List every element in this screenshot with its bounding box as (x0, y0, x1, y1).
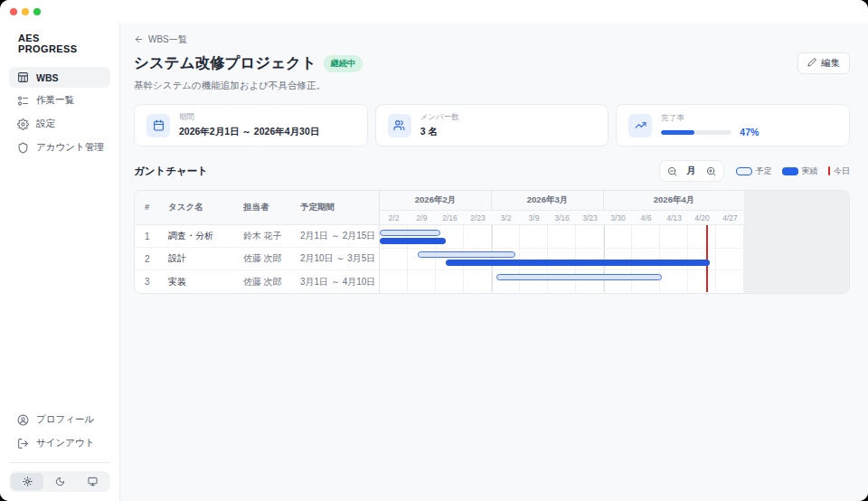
moon-icon (55, 477, 65, 487)
gantt-plot-area (380, 225, 744, 292)
task-number: 1 (145, 232, 168, 241)
theme-dark-button[interactable] (43, 473, 76, 490)
trend-icon (635, 119, 646, 131)
grid-column (464, 225, 492, 292)
card-value: 3 名 (420, 126, 459, 138)
card-label: メンバー数 (420, 112, 459, 123)
grid-column (604, 225, 632, 292)
legend-item-planned: 予定 (736, 165, 772, 177)
zoom-out-icon (667, 166, 677, 176)
actual-bar (380, 238, 446, 244)
back-link[interactable]: WBS一覧 (134, 31, 187, 52)
month-label: 2026年3月 (492, 191, 604, 210)
week-label: 4/20 (688, 211, 716, 224)
planned-bar (418, 251, 515, 258)
week-label: 2/2 (380, 211, 408, 224)
task-name: 調査・分析 (168, 230, 243, 242)
sidebar: AES PROGRESS WBS作業一覧設定アカウント管理 プロフィールサインア… (0, 24, 120, 501)
week-label: 3/16 (548, 211, 576, 224)
gantt-timeline: 2026年2月2026年3月2026年4月 2/22/92/162/233/23… (380, 191, 744, 293)
theme-system-button[interactable] (76, 473, 108, 490)
summary-cards: 期間2026年2月1日 ～ 2026年4月30日メンバー数3 名完了率47% (134, 104, 850, 147)
card-icon-box (146, 114, 170, 137)
legend-actual-swatch (782, 167, 798, 175)
grid-column (716, 225, 744, 292)
grid-column (688, 225, 716, 292)
grid-column (576, 225, 604, 292)
sidebar-item-label: プロフィール (36, 413, 94, 426)
app-window: AES PROGRESS WBS作業一覧設定アカウント管理 プロフィールサインア… (0, 0, 868, 501)
grid-column (660, 225, 688, 292)
row-separator (380, 248, 744, 249)
task-row: 1調査・分析鈴木 花子2月1日 ～ 2月15日 (135, 225, 379, 248)
sidebar-item-label: WBS (36, 72, 59, 83)
grid-column (548, 225, 576, 292)
theme-light-button[interactable] (11, 473, 43, 490)
sidebar-nav: WBS作業一覧設定アカウント管理 (9, 67, 110, 160)
list-icon (17, 95, 29, 107)
sidebar-item-profile[interactable]: プロフィール (9, 409, 110, 430)
status-badge: 継続中 (324, 55, 363, 72)
completion-progress: 47% (661, 127, 759, 137)
edit-button[interactable]: 編集 (797, 52, 850, 74)
sidebar-item-sign-out[interactable]: サインアウト (9, 432, 110, 454)
task-period: 3月1日 ～ 4月10日 (300, 276, 390, 288)
main-content: WBS一覧 システム改修プロジェクト 継続中 編集 基幹システムの機能追加および… (120, 24, 868, 501)
planned-bar (496, 274, 662, 280)
row-separator (380, 269, 744, 270)
theme-switcher (9, 471, 110, 492)
task-number: 3 (145, 277, 168, 287)
sidebar-item-wbs[interactable]: WBS (9, 67, 110, 88)
week-label: 3/2 (492, 211, 520, 224)
zoom-in-button[interactable] (706, 166, 716, 176)
week-label: 4/13 (660, 211, 688, 224)
legend-item-actual: 実績 (782, 165, 818, 177)
task-assignee: 佐藤 次郎 (243, 252, 300, 265)
task-period: 2月10日 ～ 3月5日 (300, 252, 390, 265)
week-label: 4/6 (632, 211, 660, 224)
sidebar-divider (9, 462, 110, 463)
task-row: 2設計佐藤 次郎2月10日 ～ 3月5日 (135, 248, 379, 270)
week-label: 3/9 (520, 211, 548, 224)
sidebar-item-task-list[interactable]: 作業一覧 (9, 90, 110, 111)
app-brand: AES PROGRESS (9, 29, 110, 67)
task-name: 設計 (168, 252, 243, 265)
week-label: 2/9 (408, 211, 436, 224)
minimize-window-button[interactable] (22, 8, 29, 15)
sidebar-item-label: 作業一覧 (36, 94, 74, 107)
week-label: 3/23 (576, 211, 604, 224)
column-header: タスク名 (168, 202, 243, 213)
card-value: 2026年2月1日 ～ 2026年4月30日 (179, 126, 319, 138)
task-assignee: 佐藤 次郎 (243, 276, 300, 288)
project-description: 基幹システムの機能追加および不具合修正。 (134, 80, 850, 92)
card-icon-box (628, 114, 652, 137)
column-header: 予定期間 (300, 202, 390, 213)
week-label: 2/23 (464, 211, 492, 224)
grid-icon (17, 71, 29, 83)
user-icon (17, 414, 29, 426)
gantt-table-header: #タスク名担当者予定期間 (135, 191, 379, 225)
card-icon-box (388, 114, 411, 137)
progress-track (661, 130, 731, 135)
sun-icon (23, 477, 33, 487)
sidebar-item-settings[interactable]: 設定 (9, 113, 110, 135)
column-header: 担当者 (243, 202, 300, 213)
grid-column (436, 225, 464, 292)
pencil-icon (807, 58, 816, 67)
monitor-icon (88, 477, 98, 487)
shield-icon (17, 142, 29, 154)
grid-column (492, 225, 520, 292)
zoom-window-button[interactable] (33, 8, 41, 15)
zoom-out-button[interactable] (667, 166, 677, 176)
gantt-chart: #タスク名担当者予定期間 1調査・分析鈴木 花子2月1日 ～ 2月15日2設計佐… (134, 190, 850, 294)
task-row: 3実装佐藤 次郎3月1日 ～ 4月10日 (135, 270, 379, 293)
legend-planned-swatch (736, 167, 752, 175)
sidebar-item-account[interactable]: アカウント管理 (9, 137, 110, 158)
task-name: 実装 (168, 276, 243, 288)
sidebar-item-label: サインアウト (36, 437, 94, 449)
timeline-weeks: 2/22/92/162/233/23/93/163/233/304/64/134… (380, 211, 744, 225)
pencil-icon (807, 58, 816, 69)
close-window-button[interactable] (10, 8, 17, 15)
titlebar (0, 0, 868, 24)
page-title: システム改修プロジェクト (134, 53, 316, 73)
